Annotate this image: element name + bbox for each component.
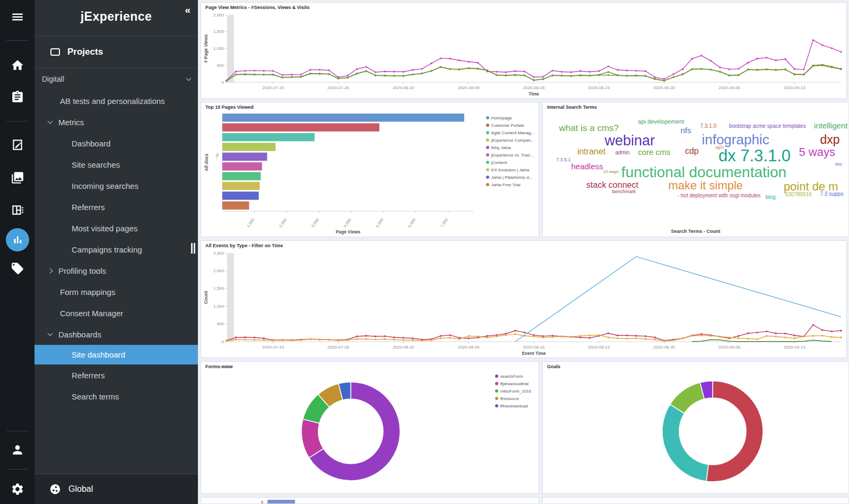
projects-header: Projects: [34, 36, 198, 68]
wordcloud-term[interactable]: what is a cms?: [559, 124, 619, 133]
sidebar-item-campaigns-tracking[interactable]: Campaigns tracking: [34, 239, 198, 260]
wordcloud-term[interactable]: 7.3 suppo: [820, 192, 844, 197]
legend-item[interactable]: DX Evolution | Jahia: [486, 166, 534, 173]
chevron-right-icon: [48, 268, 53, 273]
legend-dot-icon: [486, 146, 489, 149]
wordcloud-term[interactable]: dxp: [820, 134, 840, 146]
rail-page-composer-icon[interactable]: [0, 134, 34, 155]
rail-user-icon[interactable]: [0, 439, 34, 460]
wordcloud-term[interactable]: - hot deployment with osgi modules: [678, 193, 761, 198]
wordcloud-term[interactable]: intelligent: [814, 121, 847, 129]
sidebar-item-most-visited-pages[interactable]: Most visited pages: [34, 218, 198, 239]
legend-item[interactable]: Homepage: [486, 114, 534, 121]
svg-text:2020-07-19: 2020-07-19: [262, 345, 284, 350]
legend-item[interactable]: jExperience vs. Trad...: [486, 151, 534, 159]
legend-item[interactable]: Agile Content Manag...: [486, 129, 534, 136]
sidebar-item-profiling-tools[interactable]: Profiling tools: [34, 260, 198, 281]
legend-item[interactable]: ffjahiacloudtrial: [495, 380, 531, 387]
wordcloud-term[interactable]: cdp: [685, 147, 699, 155]
forms-donut-chart: [202, 371, 538, 492]
projects-label: Projects: [67, 47, 103, 57]
svg-text:Page Views: Page Views: [336, 229, 361, 234]
rail-home-icon[interactable]: [0, 55, 34, 76]
sidebar-item-site-searches[interactable]: Site searches: [34, 154, 198, 175]
svg-text:2,000: 2,000: [213, 268, 224, 273]
rail-hamburger-menu-icon[interactable]: [0, 6, 34, 28]
sidebar-item-ab-tests-and-personalizations[interactable]: AB tests and personalizations: [34, 90, 198, 111]
wordcloud-term[interactable]: core cms: [638, 148, 670, 156]
sidebar-resize-handle[interactable]: [191, 243, 196, 254]
global-label: Global: [68, 484, 93, 494]
sidebar-item-search-terms[interactable]: Search terms: [34, 386, 198, 407]
rail-tasks-clipboard-icon[interactable]: [0, 86, 34, 108]
project-selector-digitall[interactable]: Digitall: [34, 68, 198, 90]
wordcloud-term[interactable]: webinar: [604, 134, 655, 148]
sidebar-item-label: Metrics: [58, 118, 84, 127]
sidebar-item-global[interactable]: Global: [34, 474, 198, 504]
legend-item[interactable]: jContent: [486, 159, 534, 166]
wordcloud-term[interactable]: blog: [766, 195, 776, 200]
icon-rail: [0, 0, 34, 504]
legend-item[interactable]: searchForm: [495, 372, 531, 380]
legend-item[interactable]: Why Jahia: [486, 144, 534, 151]
wordcloud-term[interactable]: bootstrap acme space templates: [729, 124, 806, 129]
wordcloud-term[interactable]: make it simple: [669, 180, 743, 192]
sidebar: jExperience « Projects Digitall AB tests…: [34, 0, 198, 504]
wordcloud-term[interactable]: 5 ways: [799, 146, 835, 158]
wordcloud-term[interactable]: benchmark: [612, 189, 636, 194]
svg-text:1,000: 1,000: [213, 304, 224, 309]
sidebar-item-consent-manager[interactable]: Consent Manager: [34, 302, 198, 324]
svg-text:1,500: 1,500: [213, 29, 224, 34]
sidebar-item-metrics[interactable]: Metrics: [34, 111, 198, 133]
wordcloud-term[interactable]: api developement: [638, 119, 684, 125]
sidebar-item-dashboard[interactable]: Dashboard: [34, 133, 198, 154]
wordcloud-term[interactable]: 10 ways: [603, 170, 619, 174]
wordcloud-term[interactable]: dx 7.3.1.0: [718, 147, 791, 164]
rail-media-library-icon[interactable]: [0, 167, 34, 188]
sidebar-item-label: Campaigns tracking: [72, 245, 142, 254]
sidebar-item-label: Search terms: [72, 392, 119, 401]
content-layout-icon: [11, 203, 24, 217]
svg-text:2020-08-09: 2020-08-09: [458, 345, 480, 350]
svg-text:3,000: 3,000: [310, 218, 320, 229]
sidebar-item-incoming-searches[interactable]: Incoming searches: [34, 175, 198, 196]
wordcloud-term[interactable]: functional documentation: [621, 165, 786, 180]
legend-item[interactable]: ffresource: [495, 395, 531, 402]
wordcloud-term[interactable]: 7.3.1.0: [700, 124, 717, 129]
wordcloud-term[interactable]: admin: [615, 150, 629, 155]
sidebar-item-referrers[interactable]: Referrers: [34, 196, 198, 218]
legend-label: mktoForm_1016: [500, 389, 531, 394]
legend-label: Homepage: [491, 116, 512, 120]
wordcloud-term[interactable]: 630789916: [785, 192, 812, 197]
collapse-sidebar-icon[interactable]: «: [185, 4, 190, 16]
rail-content-layout-icon[interactable]: [0, 199, 34, 221]
legend-dot-icon: [495, 389, 498, 393]
sidebar-item-dashboards[interactable]: Dashboards: [34, 324, 198, 345]
wordcloud-term[interactable]: 7.3.5.1: [556, 158, 571, 162]
page-composer-icon: [11, 138, 24, 152]
rail-divider: [6, 431, 28, 431]
wordcloud-term[interactable]: infographic: [701, 133, 769, 146]
sidebar-item-form-mappings[interactable]: Form mappings: [34, 281, 198, 302]
panel-title: Goals: [547, 364, 560, 369]
wordcloud-term[interactable]: headless: [571, 162, 603, 170]
legend-item[interactable]: mktoForm_1016: [495, 387, 531, 395]
wordcloud-term[interactable]: nfs: [680, 126, 691, 134]
wordcloud-term[interactable]: bbs: [835, 162, 842, 167]
legend-item[interactable]: fffreedownload: [495, 402, 531, 410]
svg-text:2020-08-30: 2020-08-30: [653, 345, 675, 350]
rail-divider: [6, 469, 28, 470]
legend-item[interactable]: Customer Portals: [486, 121, 534, 129]
rail-tag-icon[interactable]: [0, 258, 34, 279]
rail-settings-gear-icon[interactable]: [0, 479, 34, 500]
sidebar-item-referrers[interactable]: Referrers: [34, 364, 198, 386]
wordcloud-term[interactable]: intranet: [577, 147, 605, 156]
wordcloud-term[interactable]: stack connect: [586, 181, 638, 189]
legend-item[interactable]: jExperience Compari...: [486, 136, 534, 144]
sidebar-nav: AB tests and personalizationsMetricsDash…: [34, 90, 198, 407]
legend-item[interactable]: Jahia | Plateforme d...: [486, 173, 534, 181]
rail-analytics-icon[interactable]: [6, 228, 29, 251]
sidebar-item-site-dashboard[interactable]: Site dashboard: [34, 345, 198, 364]
legend-item[interactable]: Jahia Free Trial: [486, 181, 534, 188]
legend-label: jExperience Compari...: [491, 138, 534, 143]
